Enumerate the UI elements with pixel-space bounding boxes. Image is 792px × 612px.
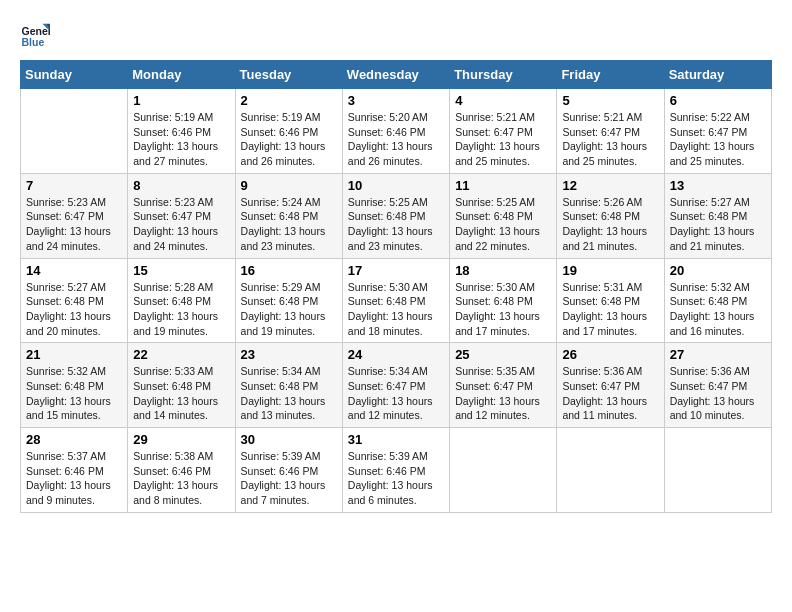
calendar-cell: 19Sunrise: 5:31 AMSunset: 6:48 PMDayligh…	[557, 258, 664, 343]
calendar-cell: 31Sunrise: 5:39 AMSunset: 6:46 PMDayligh…	[342, 428, 449, 513]
day-info: Sunrise: 5:22 AMSunset: 6:47 PMDaylight:…	[670, 110, 766, 169]
day-number: 3	[348, 93, 444, 108]
calendar-week-row: 7Sunrise: 5:23 AMSunset: 6:47 PMDaylight…	[21, 173, 772, 258]
day-info: Sunrise: 5:23 AMSunset: 6:47 PMDaylight:…	[133, 195, 229, 254]
calendar-cell: 12Sunrise: 5:26 AMSunset: 6:48 PMDayligh…	[557, 173, 664, 258]
header-sunday: Sunday	[21, 61, 128, 89]
calendar-week-row: 28Sunrise: 5:37 AMSunset: 6:46 PMDayligh…	[21, 428, 772, 513]
logo-icon: General Blue	[20, 20, 50, 50]
day-number: 11	[455, 178, 551, 193]
day-info: Sunrise: 5:30 AMSunset: 6:48 PMDaylight:…	[348, 280, 444, 339]
calendar-cell: 7Sunrise: 5:23 AMSunset: 6:47 PMDaylight…	[21, 173, 128, 258]
logo: General Blue	[20, 20, 54, 50]
day-number: 12	[562, 178, 658, 193]
calendar-cell: 26Sunrise: 5:36 AMSunset: 6:47 PMDayligh…	[557, 343, 664, 428]
day-info: Sunrise: 5:39 AMSunset: 6:46 PMDaylight:…	[241, 449, 337, 508]
header-wednesday: Wednesday	[342, 61, 449, 89]
day-info: Sunrise: 5:25 AMSunset: 6:48 PMDaylight:…	[455, 195, 551, 254]
day-number: 20	[670, 263, 766, 278]
calendar-cell	[664, 428, 771, 513]
day-info: Sunrise: 5:33 AMSunset: 6:48 PMDaylight:…	[133, 364, 229, 423]
calendar-cell: 5Sunrise: 5:21 AMSunset: 6:47 PMDaylight…	[557, 89, 664, 174]
day-number: 31	[348, 432, 444, 447]
calendar-cell: 21Sunrise: 5:32 AMSunset: 6:48 PMDayligh…	[21, 343, 128, 428]
header-friday: Friday	[557, 61, 664, 89]
day-number: 13	[670, 178, 766, 193]
day-number: 17	[348, 263, 444, 278]
calendar-cell: 22Sunrise: 5:33 AMSunset: 6:48 PMDayligh…	[128, 343, 235, 428]
day-info: Sunrise: 5:20 AMSunset: 6:46 PMDaylight:…	[348, 110, 444, 169]
day-number: 30	[241, 432, 337, 447]
calendar-cell: 23Sunrise: 5:34 AMSunset: 6:48 PMDayligh…	[235, 343, 342, 428]
day-info: Sunrise: 5:23 AMSunset: 6:47 PMDaylight:…	[26, 195, 122, 254]
calendar-cell: 6Sunrise: 5:22 AMSunset: 6:47 PMDaylight…	[664, 89, 771, 174]
calendar-cell: 29Sunrise: 5:38 AMSunset: 6:46 PMDayligh…	[128, 428, 235, 513]
calendar-cell: 17Sunrise: 5:30 AMSunset: 6:48 PMDayligh…	[342, 258, 449, 343]
header-monday: Monday	[128, 61, 235, 89]
day-info: Sunrise: 5:29 AMSunset: 6:48 PMDaylight:…	[241, 280, 337, 339]
day-number: 27	[670, 347, 766, 362]
day-info: Sunrise: 5:36 AMSunset: 6:47 PMDaylight:…	[562, 364, 658, 423]
day-number: 1	[133, 93, 229, 108]
day-info: Sunrise: 5:32 AMSunset: 6:48 PMDaylight:…	[670, 280, 766, 339]
day-number: 29	[133, 432, 229, 447]
calendar-cell: 13Sunrise: 5:27 AMSunset: 6:48 PMDayligh…	[664, 173, 771, 258]
calendar-cell: 20Sunrise: 5:32 AMSunset: 6:48 PMDayligh…	[664, 258, 771, 343]
day-number: 9	[241, 178, 337, 193]
day-info: Sunrise: 5:35 AMSunset: 6:47 PMDaylight:…	[455, 364, 551, 423]
calendar-cell: 1Sunrise: 5:19 AMSunset: 6:46 PMDaylight…	[128, 89, 235, 174]
calendar-cell: 15Sunrise: 5:28 AMSunset: 6:48 PMDayligh…	[128, 258, 235, 343]
day-number: 26	[562, 347, 658, 362]
calendar-cell: 8Sunrise: 5:23 AMSunset: 6:47 PMDaylight…	[128, 173, 235, 258]
day-number: 6	[670, 93, 766, 108]
calendar-week-row: 14Sunrise: 5:27 AMSunset: 6:48 PMDayligh…	[21, 258, 772, 343]
calendar-cell	[557, 428, 664, 513]
calendar-cell: 14Sunrise: 5:27 AMSunset: 6:48 PMDayligh…	[21, 258, 128, 343]
calendar-cell: 27Sunrise: 5:36 AMSunset: 6:47 PMDayligh…	[664, 343, 771, 428]
day-info: Sunrise: 5:21 AMSunset: 6:47 PMDaylight:…	[455, 110, 551, 169]
day-number: 15	[133, 263, 229, 278]
calendar-week-row: 21Sunrise: 5:32 AMSunset: 6:48 PMDayligh…	[21, 343, 772, 428]
day-info: Sunrise: 5:19 AMSunset: 6:46 PMDaylight:…	[241, 110, 337, 169]
calendar-header-row: SundayMondayTuesdayWednesdayThursdayFrid…	[21, 61, 772, 89]
day-number: 25	[455, 347, 551, 362]
day-info: Sunrise: 5:27 AMSunset: 6:48 PMDaylight:…	[670, 195, 766, 254]
calendar-cell: 2Sunrise: 5:19 AMSunset: 6:46 PMDaylight…	[235, 89, 342, 174]
calendar-cell: 28Sunrise: 5:37 AMSunset: 6:46 PMDayligh…	[21, 428, 128, 513]
header-thursday: Thursday	[450, 61, 557, 89]
day-number: 4	[455, 93, 551, 108]
day-info: Sunrise: 5:25 AMSunset: 6:48 PMDaylight:…	[348, 195, 444, 254]
calendar-cell: 9Sunrise: 5:24 AMSunset: 6:48 PMDaylight…	[235, 173, 342, 258]
day-number: 21	[26, 347, 122, 362]
calendar-cell: 11Sunrise: 5:25 AMSunset: 6:48 PMDayligh…	[450, 173, 557, 258]
day-info: Sunrise: 5:39 AMSunset: 6:46 PMDaylight:…	[348, 449, 444, 508]
day-info: Sunrise: 5:26 AMSunset: 6:48 PMDaylight:…	[562, 195, 658, 254]
day-info: Sunrise: 5:32 AMSunset: 6:48 PMDaylight:…	[26, 364, 122, 423]
day-number: 7	[26, 178, 122, 193]
calendar-table: SundayMondayTuesdayWednesdayThursdayFrid…	[20, 60, 772, 513]
header-saturday: Saturday	[664, 61, 771, 89]
day-info: Sunrise: 5:30 AMSunset: 6:48 PMDaylight:…	[455, 280, 551, 339]
day-info: Sunrise: 5:27 AMSunset: 6:48 PMDaylight:…	[26, 280, 122, 339]
day-number: 8	[133, 178, 229, 193]
day-info: Sunrise: 5:36 AMSunset: 6:47 PMDaylight:…	[670, 364, 766, 423]
day-info: Sunrise: 5:19 AMSunset: 6:46 PMDaylight:…	[133, 110, 229, 169]
day-number: 19	[562, 263, 658, 278]
day-info: Sunrise: 5:24 AMSunset: 6:48 PMDaylight:…	[241, 195, 337, 254]
calendar-cell	[21, 89, 128, 174]
calendar-week-row: 1Sunrise: 5:19 AMSunset: 6:46 PMDaylight…	[21, 89, 772, 174]
day-number: 16	[241, 263, 337, 278]
calendar-cell: 25Sunrise: 5:35 AMSunset: 6:47 PMDayligh…	[450, 343, 557, 428]
day-number: 24	[348, 347, 444, 362]
calendar-cell: 10Sunrise: 5:25 AMSunset: 6:48 PMDayligh…	[342, 173, 449, 258]
day-number: 18	[455, 263, 551, 278]
calendar-cell: 16Sunrise: 5:29 AMSunset: 6:48 PMDayligh…	[235, 258, 342, 343]
calendar-cell	[450, 428, 557, 513]
header-tuesday: Tuesday	[235, 61, 342, 89]
day-info: Sunrise: 5:34 AMSunset: 6:48 PMDaylight:…	[241, 364, 337, 423]
calendar-cell: 3Sunrise: 5:20 AMSunset: 6:46 PMDaylight…	[342, 89, 449, 174]
day-info: Sunrise: 5:28 AMSunset: 6:48 PMDaylight:…	[133, 280, 229, 339]
header: General Blue	[20, 20, 772, 50]
day-info: Sunrise: 5:21 AMSunset: 6:47 PMDaylight:…	[562, 110, 658, 169]
day-number: 2	[241, 93, 337, 108]
